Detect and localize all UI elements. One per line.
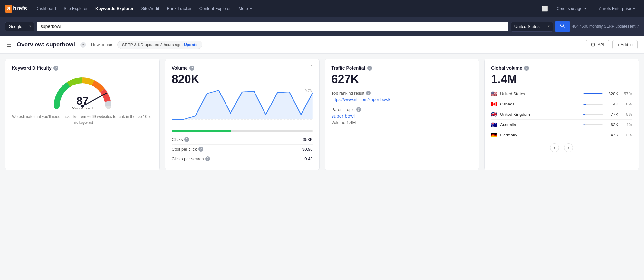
country-select-wrapper: United States: [511, 22, 553, 32]
vol-card-title: Volume ?: [172, 65, 313, 71]
serp-info: 484 / 500 monthly SERP updates left ?: [572, 24, 639, 29]
country-pct-3: 4%: [621, 122, 632, 127]
search-engine-select[interactable]: Google: [5, 22, 34, 31]
country-flag-0: 🇺🇸: [491, 91, 497, 97]
search-input-wrapper: [37, 22, 508, 31]
country-bar-4: [583, 135, 603, 135]
country-bar-fill-2: [583, 114, 585, 115]
country-flag-1: 🇨🇦: [491, 101, 497, 107]
country-row-2: 🇬🇧 United Kingdom 77K 5%: [491, 109, 632, 120]
tp-parent-help-icon[interactable]: ?: [356, 107, 361, 112]
serp-help-icon[interactable]: ?: [637, 24, 639, 29]
hamburger-menu[interactable]: ☰: [6, 41, 12, 48]
nav-more[interactable]: More ▼: [235, 4, 256, 13]
clicks-row: Clicks ? 353K: [172, 135, 313, 145]
vol-max-label: 9.7M: [305, 89, 312, 93]
nav-site-audit[interactable]: Site Audit: [138, 4, 162, 13]
country-vol-2: 77K: [605, 112, 618, 117]
nav-dashboard[interactable]: Dashboard: [32, 4, 59, 13]
nav-rank-tracker[interactable]: Rank Tracker: [164, 4, 195, 13]
overview-help-icon[interactable]: ?: [80, 42, 86, 48]
global-nav-row: ‹ ›: [491, 143, 632, 152]
tp-parent-topic-title: Parent Topic ?: [332, 107, 473, 112]
country-flag-3: 🇦🇺: [491, 122, 497, 128]
top-nav: a hrefs Dashboard Site Explorer Keywords…: [0, 0, 644, 17]
country-pct-0: 57%: [621, 91, 632, 96]
nav-content-explorer[interactable]: Content Explorer: [196, 4, 234, 13]
country-pct-4: 3%: [621, 133, 632, 137]
kd-gauge-container: 87 Super hard: [12, 74, 153, 109]
country-row-4: 🇩🇪 Germany 47K 3%: [491, 130, 632, 140]
clicks-value: 353K: [303, 137, 312, 142]
vol-chart-area: 9.7M: [172, 89, 313, 127]
countries-next-button[interactable]: ›: [564, 143, 573, 152]
country-bar-fill-4: [583, 135, 585, 135]
cps-row: Clicks per search ? 0.43: [172, 154, 313, 164]
cpc-help-icon[interactable]: ?: [198, 147, 203, 152]
nav-site-explorer[interactable]: Site Explorer: [61, 4, 91, 13]
country-bar-fill-0: [583, 93, 603, 94]
search-engine-wrapper: Google: [5, 22, 34, 31]
country-row-0: 🇺🇸 United States 820K 57%: [491, 89, 632, 99]
tp-url-link[interactable]: https://www.nfl.com/super-bowl/: [332, 97, 473, 103]
global-vol-value: 1.4M: [491, 73, 632, 86]
cards-row: Keyword Difficulty ?: [0, 54, 644, 175]
country-flag-2: 🇬🇧: [491, 111, 497, 117]
countries-prev-button[interactable]: ‹: [550, 143, 559, 152]
kd-card-title: Keyword Difficulty ?: [12, 65, 153, 71]
country-name-0: United States: [500, 91, 581, 96]
tp-card-title: Traffic Potential ?: [332, 65, 473, 71]
tp-volume: Volume 1.4M: [332, 120, 473, 125]
vol-help-icon[interactable]: ?: [189, 66, 194, 71]
how-to-use-link[interactable]: How to use: [91, 42, 112, 47]
global-countries-list: 🇺🇸 United States 820K 57% 🇨🇦 Canada 114K…: [491, 89, 632, 140]
nav-keywords-explorer[interactable]: Keywords Explorer: [92, 4, 137, 13]
country-bar-1: [583, 104, 603, 105]
country-pct-2: 5%: [621, 112, 632, 117]
logo-a: a: [5, 5, 12, 13]
global-vol-help-icon[interactable]: ?: [524, 66, 529, 71]
cps-value: 0.43: [304, 156, 312, 161]
country-pct-1: 8%: [621, 102, 632, 106]
update-link[interactable]: Update: [184, 43, 197, 47]
global-vol-title: Global volume ?: [491, 65, 632, 71]
svg-line-1: [563, 27, 565, 28]
country-bar-fill-3: [583, 124, 585, 125]
nav-divider: [551, 5, 551, 12]
country-row-3: 🇦🇺 Australia 62K 4%: [491, 120, 632, 130]
enterprise-btn[interactable]: Ahrefs Enterprise ▼: [596, 4, 639, 13]
country-name-1: Canada: [500, 102, 581, 106]
country-vol-0: 820K: [605, 91, 618, 96]
search-button[interactable]: [555, 21, 570, 32]
tp-ranking-help-icon[interactable]: ?: [366, 91, 371, 95]
add-to-button[interactable]: + Add to: [612, 40, 638, 49]
nav-divider-2: [593, 5, 593, 12]
country-vol-4: 47K: [605, 133, 618, 137]
logo[interactable]: a hrefs: [5, 5, 27, 13]
country-bar-0: [583, 93, 603, 94]
vol-chart-svg: [172, 89, 313, 124]
country-flag-4: 🇩🇪: [491, 132, 497, 138]
vol-value: 820K: [172, 73, 313, 86]
country-vol-3: 62K: [605, 122, 618, 127]
logo-text: hrefs: [13, 5, 27, 12]
cps-help-icon[interactable]: ?: [205, 156, 210, 161]
kd-description: We estimate that you'll need backlinks f…: [12, 114, 153, 125]
overview-title: Overview: superbowl: [17, 41, 75, 48]
clicks-help-icon[interactable]: ?: [184, 137, 189, 142]
credits-usage-btn[interactable]: Credits usage ▼: [553, 4, 590, 13]
tp-help-icon[interactable]: ?: [367, 66, 372, 71]
vol-progress-fill: [172, 130, 231, 132]
country-select[interactable]: United States: [511, 22, 553, 32]
api-button[interactable]: {} API: [586, 40, 609, 49]
search-input[interactable]: [41, 24, 505, 29]
vol-progress-bar: [172, 130, 313, 132]
monitor-icon[interactable]: ⬜: [542, 5, 548, 12]
svg-text:87: 87: [76, 95, 89, 107]
tp-parent-topic-link[interactable]: super bowl: [332, 113, 473, 119]
volume-card-menu[interactable]: ⋮: [308, 64, 314, 71]
country-bar-fill-1: [583, 104, 586, 105]
kd-help-icon[interactable]: ?: [53, 66, 58, 71]
nav-right: ⬜ Credits usage ▼ Ahrefs Enterprise ▼: [542, 4, 639, 13]
overview-header: ☰ Overview: superbowl ? How to use SERP …: [0, 36, 644, 54]
